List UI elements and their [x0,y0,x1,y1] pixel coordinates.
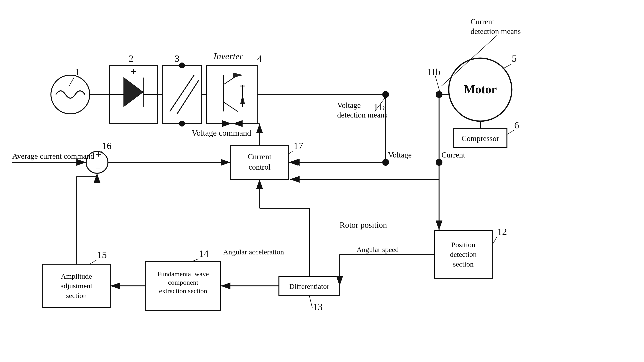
svg-text:−: − [95,163,101,174]
svg-text:Angular speed: Angular speed [356,245,399,253]
svg-text:Fundamental wave: Fundamental wave [158,270,209,278]
diagram-container: Motor Compressor Current control Positio… [0,0,644,362]
svg-text:Current: Current [470,17,494,26]
svg-text:Voltage: Voltage [337,101,361,110]
svg-text:Current: Current [248,152,272,161]
svg-point-50 [179,121,185,127]
svg-text:detection: detection [450,250,477,258]
svg-text:Rotor position: Rotor position [340,220,387,229]
svg-text:Current: Current [442,151,465,159]
svg-text:17: 17 [294,140,303,151]
svg-text:13: 13 [313,301,322,312]
svg-text:extraction section: extraction section [159,287,207,295]
svg-text:2: 2 [128,53,134,64]
svg-text:Position: Position [452,241,475,249]
svg-text:14: 14 [199,248,208,259]
svg-text:section: section [66,292,87,300]
svg-text:adjustment: adjustment [60,282,92,290]
svg-text:6: 6 [514,120,519,131]
svg-text:Voltage: Voltage [388,151,412,159]
svg-text:1: 1 [75,66,80,77]
svg-text:control: control [249,163,271,171]
svg-text:section: section [453,260,474,268]
svg-text:detection means: detection means [470,27,521,36]
svg-text:→: → [13,152,20,159]
svg-text:Average current command: Average current command [12,152,94,161]
svg-text:11b: 11b [427,67,440,77]
svg-text:Differentiator: Differentiator [290,282,329,290]
svg-text:Inverter: Inverter [213,51,243,61]
svg-text:5: 5 [512,53,517,64]
svg-text:Compressor: Compressor [462,134,499,143]
svg-text:Motor: Motor [464,82,497,96]
svg-text:Amplitude: Amplitude [61,272,92,280]
svg-text:detection means: detection means [337,111,387,119]
svg-text:3: 3 [175,53,180,64]
svg-text:+: + [96,149,102,160]
svg-text:16: 16 [102,140,112,151]
svg-text:Voltage command: Voltage command [192,128,251,137]
svg-text:15: 15 [97,249,107,260]
svg-text:12: 12 [497,226,507,237]
svg-text:Angular acceleration: Angular acceleration [223,248,284,256]
svg-point-14 [179,62,185,68]
svg-text:4: 4 [257,53,262,64]
svg-text:component: component [168,279,198,286]
